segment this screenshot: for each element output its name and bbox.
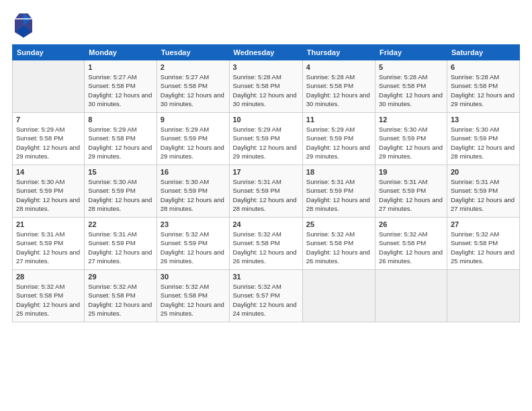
day-info: Sunrise: 5:28 AM Sunset: 5:58 PM Dayligh…: [451, 73, 516, 108]
table-row: 21Sunrise: 5:31 AM Sunset: 5:59 PM Dayli…: [13, 218, 85, 270]
day-number: 7: [16, 116, 81, 124]
table-row: 15Sunrise: 5:30 AM Sunset: 5:59 PM Dayli…: [85, 165, 157, 218]
page: Sunday Monday Tuesday Wednesday Thursday…: [0, 0, 532, 411]
day-info: Sunrise: 5:28 AM Sunset: 5:58 PM Dayligh…: [233, 73, 299, 108]
table-row: 27Sunrise: 5:32 AM Sunset: 5:58 PM Dayli…: [447, 218, 519, 270]
day-number: 2: [161, 63, 226, 71]
day-number: 1: [88, 63, 152, 71]
day-info: Sunrise: 5:32 AM Sunset: 5:58 PM Dayligh…: [161, 282, 226, 318]
table-row: 28Sunrise: 5:32 AM Sunset: 5:58 PM Dayli…: [13, 270, 85, 322]
day-info: Sunrise: 5:30 AM Sunset: 5:59 PM Dayligh…: [88, 177, 152, 213]
day-number: 17: [233, 168, 299, 176]
logo-icon: [12, 12, 35, 38]
day-number: 16: [161, 168, 226, 176]
table-row: 30Sunrise: 5:32 AM Sunset: 5:58 PM Dayli…: [157, 270, 229, 322]
day-number: 21: [16, 220, 81, 228]
day-info: Sunrise: 5:30 AM Sunset: 5:59 PM Dayligh…: [379, 125, 443, 161]
day-number: 25: [306, 220, 371, 228]
day-info: Sunrise: 5:27 AM Sunset: 5:58 PM Dayligh…: [161, 73, 226, 108]
day-info: Sunrise: 5:30 AM Sunset: 5:59 PM Dayligh…: [16, 177, 81, 213]
table-row: [375, 270, 447, 322]
table-row: 19Sunrise: 5:31 AM Sunset: 5:59 PM Dayli…: [375, 165, 447, 218]
table-row: 12Sunrise: 5:30 AM Sunset: 5:59 PM Dayli…: [375, 113, 447, 165]
day-number: 31: [233, 273, 299, 281]
header: [12, 12, 520, 38]
day-info: Sunrise: 5:31 AM Sunset: 5:59 PM Dayligh…: [88, 230, 152, 265]
col-thursday: Thursday: [302, 45, 375, 60]
day-info: Sunrise: 5:32 AM Sunset: 5:58 PM Dayligh…: [233, 230, 299, 265]
table-row: 14Sunrise: 5:30 AM Sunset: 5:59 PM Dayli…: [13, 165, 85, 218]
day-info: Sunrise: 5:29 AM Sunset: 5:58 PM Dayligh…: [16, 125, 81, 161]
day-number: 22: [88, 220, 152, 228]
day-number: 29: [88, 273, 152, 281]
table-row: 31Sunrise: 5:32 AM Sunset: 5:57 PM Dayli…: [229, 270, 302, 322]
table-row: 2Sunrise: 5:27 AM Sunset: 5:58 PM Daylig…: [157, 60, 229, 113]
table-row: 20Sunrise: 5:31 AM Sunset: 5:59 PM Dayli…: [447, 165, 519, 218]
table-row: 4Sunrise: 5:28 AM Sunset: 5:58 PM Daylig…: [302, 60, 375, 113]
day-number: 19: [379, 168, 443, 176]
table-row: 13Sunrise: 5:30 AM Sunset: 5:59 PM Dayli…: [447, 113, 519, 165]
day-info: Sunrise: 5:29 AM Sunset: 5:58 PM Dayligh…: [88, 125, 152, 161]
table-row: 6Sunrise: 5:28 AM Sunset: 5:58 PM Daylig…: [447, 60, 519, 113]
day-number: 8: [88, 116, 152, 124]
table-row: [302, 270, 375, 322]
logo: [12, 12, 35, 38]
col-sunday: Sunday: [13, 45, 85, 60]
table-row: 5Sunrise: 5:28 AM Sunset: 5:58 PM Daylig…: [375, 60, 447, 113]
table-row: [447, 270, 519, 322]
day-number: 14: [16, 168, 81, 176]
table-row: 18Sunrise: 5:31 AM Sunset: 5:59 PM Dayli…: [302, 165, 375, 218]
day-info: Sunrise: 5:31 AM Sunset: 5:59 PM Dayligh…: [306, 177, 371, 213]
table-row: 23Sunrise: 5:32 AM Sunset: 5:59 PM Dayli…: [157, 218, 229, 270]
day-info: Sunrise: 5:31 AM Sunset: 5:59 PM Dayligh…: [233, 177, 299, 213]
col-saturday: Saturday: [447, 45, 519, 60]
day-info: Sunrise: 5:29 AM Sunset: 5:59 PM Dayligh…: [161, 125, 226, 161]
day-number: 28: [16, 273, 81, 281]
calendar-header-row: Sunday Monday Tuesday Wednesday Thursday…: [13, 45, 520, 60]
day-info: Sunrise: 5:32 AM Sunset: 5:58 PM Dayligh…: [451, 230, 516, 265]
table-row: 17Sunrise: 5:31 AM Sunset: 5:59 PM Dayli…: [229, 165, 302, 218]
day-number: 24: [233, 220, 299, 228]
day-number: 10: [233, 116, 299, 124]
day-info: Sunrise: 5:29 AM Sunset: 5:59 PM Dayligh…: [233, 125, 299, 161]
table-row: 7Sunrise: 5:29 AM Sunset: 5:58 PM Daylig…: [13, 113, 85, 165]
day-info: Sunrise: 5:30 AM Sunset: 5:59 PM Dayligh…: [451, 125, 516, 161]
table-row: 1Sunrise: 5:27 AM Sunset: 5:58 PM Daylig…: [85, 60, 157, 113]
day-number: 15: [88, 168, 152, 176]
calendar-table: Sunday Monday Tuesday Wednesday Thursday…: [12, 44, 520, 322]
day-info: Sunrise: 5:29 AM Sunset: 5:59 PM Dayligh…: [306, 125, 371, 161]
table-row: 11Sunrise: 5:29 AM Sunset: 5:59 PM Dayli…: [302, 113, 375, 165]
day-number: 4: [306, 63, 371, 71]
day-info: Sunrise: 5:32 AM Sunset: 5:58 PM Dayligh…: [379, 230, 443, 265]
day-number: 6: [451, 63, 516, 71]
day-number: 3: [233, 63, 299, 71]
day-info: Sunrise: 5:32 AM Sunset: 5:57 PM Dayligh…: [233, 282, 299, 318]
day-info: Sunrise: 5:28 AM Sunset: 5:58 PM Dayligh…: [306, 73, 371, 108]
col-monday: Monday: [85, 45, 157, 60]
table-row: 10Sunrise: 5:29 AM Sunset: 5:59 PM Dayli…: [229, 113, 302, 165]
day-number: 9: [161, 116, 226, 124]
table-row: 22Sunrise: 5:31 AM Sunset: 5:59 PM Dayli…: [85, 218, 157, 270]
table-row: 29Sunrise: 5:32 AM Sunset: 5:58 PM Dayli…: [85, 270, 157, 322]
day-info: Sunrise: 5:31 AM Sunset: 5:59 PM Dayligh…: [379, 177, 443, 213]
day-info: Sunrise: 5:32 AM Sunset: 5:58 PM Dayligh…: [306, 230, 371, 265]
table-row: 8Sunrise: 5:29 AM Sunset: 5:58 PM Daylig…: [85, 113, 157, 165]
day-number: 30: [161, 273, 226, 281]
day-number: 26: [379, 220, 443, 228]
day-number: 12: [379, 116, 443, 124]
col-friday: Friday: [375, 45, 447, 60]
day-number: 20: [451, 168, 516, 176]
day-info: Sunrise: 5:31 AM Sunset: 5:59 PM Dayligh…: [16, 230, 81, 265]
day-number: 11: [306, 116, 371, 124]
day-info: Sunrise: 5:32 AM Sunset: 5:58 PM Dayligh…: [16, 282, 81, 318]
table-row: [13, 60, 85, 113]
day-info: Sunrise: 5:31 AM Sunset: 5:59 PM Dayligh…: [451, 177, 516, 213]
table-row: 16Sunrise: 5:30 AM Sunset: 5:59 PM Dayli…: [157, 165, 229, 218]
day-info: Sunrise: 5:32 AM Sunset: 5:58 PM Dayligh…: [88, 282, 152, 318]
day-info: Sunrise: 5:27 AM Sunset: 5:58 PM Dayligh…: [88, 73, 152, 108]
col-wednesday: Wednesday: [229, 45, 302, 60]
day-info: Sunrise: 5:30 AM Sunset: 5:59 PM Dayligh…: [161, 177, 226, 213]
table-row: 24Sunrise: 5:32 AM Sunset: 5:58 PM Dayli…: [229, 218, 302, 270]
day-number: 18: [306, 168, 371, 176]
table-row: 25Sunrise: 5:32 AM Sunset: 5:58 PM Dayli…: [302, 218, 375, 270]
